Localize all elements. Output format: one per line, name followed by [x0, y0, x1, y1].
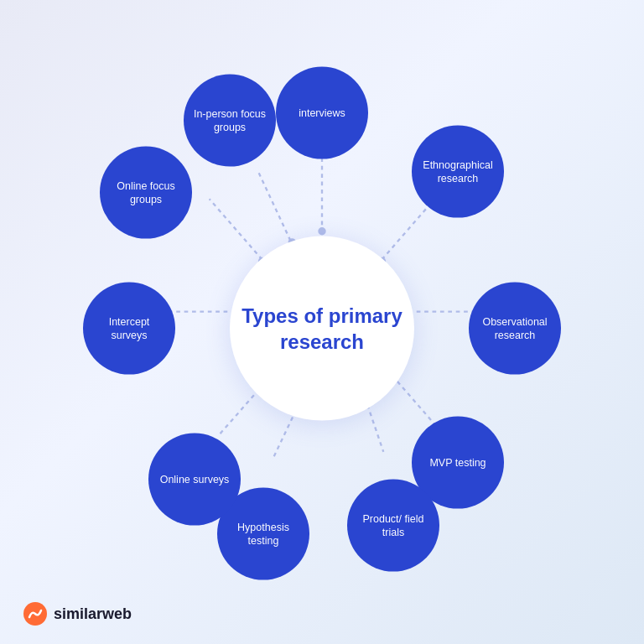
node-interviews-label: interviews [299, 106, 345, 119]
node-online-surveys-label: Online surveys [160, 472, 230, 486]
logo-text: similarweb [54, 605, 132, 623]
node-product-label: Product/ field trials [356, 512, 431, 539]
similarweb-logo: similarweb [23, 602, 132, 626]
node-inperson-label: In-person focus groups [192, 106, 267, 134]
node-hypothesis-label: Hypothesis testing [226, 520, 301, 548]
node-mvp-label: MVP testing [429, 455, 486, 469]
node-online-focus-label: Online focus groups [108, 179, 184, 206]
diagram: Types of primary research interviews Eth… [62, 52, 582, 572]
svg-line-1 [382, 199, 434, 259]
node-interviews: interviews [276, 67, 368, 159]
node-product: Product/ field trials [347, 480, 439, 572]
node-intercept: Intercept surveys [83, 283, 175, 375]
similarweb-logo-icon [23, 602, 47, 626]
node-ethnographical: Ethnographical research [412, 126, 504, 218]
center-circle: Types of primary research [230, 236, 414, 421]
center-title: Types of primary research [230, 302, 414, 354]
svg-line-8 [210, 199, 262, 259]
node-inperson: In-person focus groups [184, 75, 276, 167]
node-intercept-label: Intercept surveys [91, 314, 167, 342]
svg-line-9 [257, 170, 290, 242]
svg-point-10 [318, 227, 325, 235]
node-ethnographical-label: Ethnographical research [420, 158, 496, 185]
node-observational: Observational research [469, 283, 561, 375]
node-observational-label: Observational research [477, 314, 553, 342]
node-online-focus: Online focus groups [100, 147, 192, 239]
node-online-surveys: Online surveys [148, 434, 241, 526]
